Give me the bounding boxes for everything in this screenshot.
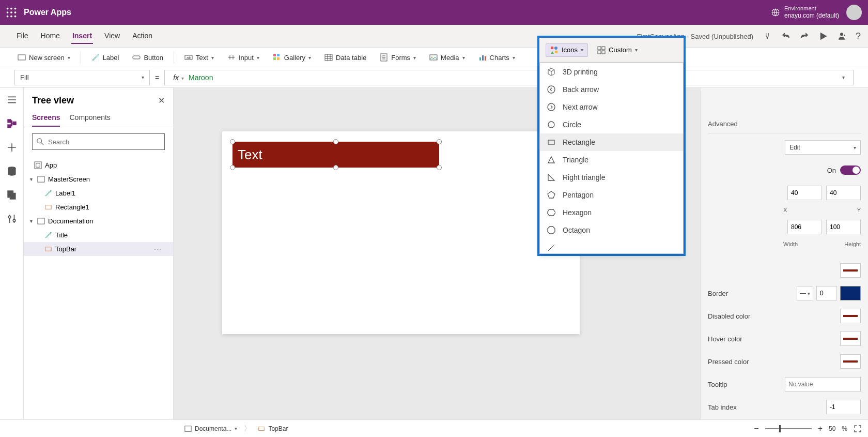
pressed-color-swatch[interactable] xyxy=(840,354,861,369)
tree-node-masterscreen[interactable]: ▾ MasterScreen xyxy=(24,172,173,186)
position-y-input[interactable] xyxy=(826,186,861,200)
user-avatar[interactable] xyxy=(846,5,862,20)
position-x-input[interactable] xyxy=(787,186,822,200)
tree-node-title[interactable]: Title xyxy=(24,228,173,242)
menu-view[interactable]: View xyxy=(103,28,121,44)
resize-handle-nw[interactable] xyxy=(230,139,235,144)
properties-tab-advanced[interactable]: Advanced xyxy=(708,115,738,133)
icon-option-circle[interactable]: Circle xyxy=(540,116,683,133)
app-checker-icon[interactable] xyxy=(763,32,772,41)
formula-expand-icon[interactable]: ▾ xyxy=(842,74,845,80)
canvas-screen[interactable]: Text xyxy=(222,131,580,334)
hover-color-swatch[interactable] xyxy=(840,331,861,346)
tab-index-input[interactable] xyxy=(826,400,861,414)
media-button[interactable]: Media▾ xyxy=(426,51,468,64)
screens-tab[interactable]: Screens xyxy=(32,109,60,127)
app-launcher-icon[interactable] xyxy=(6,7,17,18)
property-selector[interactable]: Fill▾ xyxy=(14,70,150,85)
button-insert[interactable]: Button xyxy=(129,51,166,64)
share-icon[interactable] xyxy=(837,32,846,41)
help-icon[interactable]: ? xyxy=(856,31,861,42)
svg-rect-51 xyxy=(38,218,44,224)
breadcrumb-screen[interactable]: Documenta...▾ xyxy=(180,424,242,434)
tree-node-more-icon[interactable]: ··· xyxy=(154,245,169,253)
icons-dropdown-list[interactable]: 3D printing Back arrow Next arrow Circle… xyxy=(539,63,684,254)
border-color-swatch[interactable] xyxy=(840,286,861,300)
tree-search-input[interactable]: Search xyxy=(32,133,165,150)
display-mode-select[interactable]: Edit▾ xyxy=(785,140,861,155)
menu-insert[interactable]: Insert xyxy=(71,28,93,44)
tree-node-label1[interactable]: Label1 xyxy=(24,186,173,200)
tree-node-documentation[interactable]: ▾ Documentation xyxy=(24,214,173,228)
visible-toggle[interactable] xyxy=(840,165,861,175)
svg-rect-30 xyxy=(598,47,601,50)
border-style-select[interactable]: — ▾ xyxy=(797,286,813,300)
input-button[interactable]: Input▾ xyxy=(224,51,262,64)
tooltip-input[interactable] xyxy=(785,377,861,391)
icon-option-octagon[interactable]: Octagon xyxy=(540,221,683,239)
zoom-value: 50 xyxy=(829,425,835,432)
icon-option-right-triangle[interactable]: Right triangle xyxy=(540,169,683,186)
close-tree-view-icon[interactable]: ✕ xyxy=(158,96,165,106)
breadcrumb-shape[interactable]: TopBar xyxy=(253,424,292,434)
icon-option-pentagon[interactable]: Pentagon xyxy=(540,186,683,204)
size-width-input[interactable] xyxy=(787,220,822,234)
disabled-color-swatch[interactable] xyxy=(840,309,861,323)
fill-color-swatch[interactable] xyxy=(840,263,861,278)
svg-text:ab: ab xyxy=(187,55,191,60)
resize-handle-ne[interactable] xyxy=(437,139,442,144)
gallery-button[interactable]: Gallery▾ xyxy=(270,51,314,64)
forms-button[interactable]: Forms▾ xyxy=(377,51,419,64)
media-rail-icon[interactable] xyxy=(7,190,17,200)
environment-picker[interactable]: Environment enayu.com (default) xyxy=(771,5,839,20)
size-height-input[interactable] xyxy=(826,220,861,234)
icon-option-back-arrow[interactable]: Back arrow xyxy=(540,81,683,98)
resize-handle-se[interactable] xyxy=(437,165,442,170)
title-bar: Power Apps Environment enayu.com (defaul… xyxy=(0,0,868,25)
tree-view-icon[interactable] xyxy=(7,119,17,128)
resize-handle-sw[interactable] xyxy=(230,165,235,170)
text-button[interactable]: ab Text▾ xyxy=(181,51,217,64)
svg-point-45 xyxy=(13,219,16,222)
icon-option-more[interactable] xyxy=(540,239,683,254)
svg-rect-19 xyxy=(277,57,280,60)
tree-node-topbar[interactable]: TopBar ··· xyxy=(24,242,173,256)
topbar-shape[interactable]: Text xyxy=(233,142,439,168)
tree-node-rectangle1[interactable]: Rectangle1 xyxy=(24,200,173,214)
menu-action[interactable]: Action xyxy=(131,28,153,44)
play-icon[interactable] xyxy=(818,32,828,41)
zoom-slider[interactable] xyxy=(765,428,812,429)
hamburger-icon[interactable] xyxy=(7,95,17,104)
icon-option-triangle[interactable]: Triangle xyxy=(540,151,683,169)
components-tab[interactable]: Components xyxy=(69,109,110,127)
svg-rect-38 xyxy=(8,119,11,123)
undo-icon[interactable] xyxy=(781,32,791,41)
zoom-out-icon[interactable]: − xyxy=(754,424,758,433)
icons-button[interactable]: Icons▾ xyxy=(546,43,588,57)
border-width-input[interactable] xyxy=(816,286,837,300)
menu-file[interactable]: File xyxy=(16,28,29,44)
data-table-button[interactable]: Data table xyxy=(321,51,369,64)
add-icon[interactable] xyxy=(7,143,17,152)
tree-node-app[interactable]: App xyxy=(24,158,173,172)
menu-home[interactable]: Home xyxy=(40,28,61,44)
data-icon[interactable] xyxy=(7,167,17,176)
icon-option-next-arrow[interactable]: Next arrow xyxy=(540,98,683,116)
resize-handle-n[interactable] xyxy=(333,139,338,144)
charts-button[interactable]: Charts▾ xyxy=(475,51,518,64)
new-screen-button[interactable]: New screen▾ xyxy=(14,51,73,64)
zoom-in-icon[interactable]: + xyxy=(818,424,823,433)
icon-option-3d-printing[interactable]: 3D printing xyxy=(540,63,683,81)
custom-button[interactable]: Custom▾ xyxy=(597,46,638,54)
resize-handle-s[interactable] xyxy=(333,165,338,170)
icon-option-hexagon[interactable]: Hexagon xyxy=(540,204,683,221)
fit-screen-icon[interactable] xyxy=(854,425,862,433)
formula-input[interactable]: fx ▾ Maroon ▾ xyxy=(164,70,854,85)
label-button[interactable]: Label xyxy=(88,51,122,64)
icon-option-rectangle[interactable]: Rectangle xyxy=(540,133,683,151)
svg-rect-27 xyxy=(551,47,553,49)
svg-rect-26 xyxy=(485,56,486,61)
icons-dropdown-highlight: Icons▾ Custom▾ 3D printing Back arrow Ne… xyxy=(537,36,686,256)
redo-icon[interactable] xyxy=(800,32,809,41)
tools-icon[interactable] xyxy=(7,214,17,223)
